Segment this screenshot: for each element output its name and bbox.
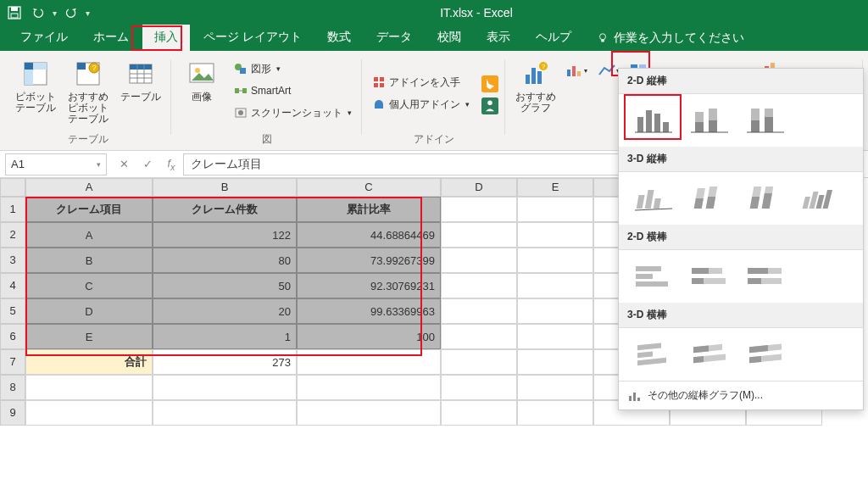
cell[interactable] [441,222,517,248]
cell[interactable] [517,400,593,426]
cell[interactable] [25,400,153,426]
cell[interactable]: 20 [153,298,297,324]
stacked100-column-2d-button[interactable] [739,101,792,140]
cell[interactable] [441,375,517,400]
row-header[interactable]: 2 [0,222,25,248]
clustered-column-3d-button[interactable] [627,179,680,218]
cell[interactable] [517,222,593,248]
qat-dropdown-icon[interactable]: ▾ [53,8,57,18]
cancel-icon[interactable]: ✕ [112,153,136,175]
row-header[interactable]: 7 [0,349,25,375]
cell[interactable]: 100 [297,324,441,349]
undo-icon[interactable] [29,3,47,22]
cell[interactable]: B [25,248,153,273]
cell[interactable]: 99.63369963 [297,298,441,324]
clustered-column-2d-button[interactable] [627,101,680,140]
cell[interactable] [441,400,517,426]
tell-me-box[interactable]: 作業を入力してください [597,31,744,51]
row-header[interactable]: 1 [0,197,25,222]
cell[interactable] [441,349,517,375]
cell[interactable] [153,400,297,426]
save-icon[interactable] [5,3,24,22]
column-3d-button[interactable] [795,179,848,218]
row-header[interactable]: 8 [0,375,25,400]
cell[interactable]: クレーム項目 [25,197,153,222]
cell[interactable] [297,375,441,400]
shapes-button[interactable]: 図形▾ [231,59,355,78]
bing-maps-button[interactable] [478,73,498,92]
recommended-charts-button[interactable]: ? おすすめ グラフ [512,58,559,114]
cell[interactable]: 44.68864469 [297,222,441,248]
line-chart-button[interactable]: ▾ [597,61,620,80]
pictures-button[interactable]: 画像 [178,58,225,103]
cell[interactable]: 73.99267399 [297,248,441,273]
cell[interactable]: E [25,324,153,349]
cell[interactable]: D [25,298,153,324]
stacked100-bar-2d-button[interactable] [739,257,792,296]
select-all-corner[interactable] [0,178,25,197]
row-header[interactable]: 4 [0,273,25,298]
cell[interactable]: C [25,273,153,298]
cell[interactable] [517,349,593,375]
cell[interactable]: 累計比率 [297,197,441,222]
enter-icon[interactable]: ✓ [136,153,159,175]
stacked-bar-3d-button[interactable] [683,335,736,374]
tab-review[interactable]: 校閲 [426,25,473,51]
col-header[interactable]: E [517,178,593,197]
cell[interactable]: クレーム件数 [153,197,297,222]
pivot-table-button[interactable]: ピボット テーブル [12,58,59,114]
cell[interactable]: 122 [153,222,297,248]
cell[interactable]: 合計 [25,349,153,375]
name-box[interactable]: A1▾ [5,153,107,175]
cell[interactable] [297,400,441,426]
column-chart-button[interactable]: ▾ [565,61,588,80]
cell[interactable] [441,324,517,349]
stacked100-column-3d-button[interactable] [739,179,792,218]
row-header[interactable]: 6 [0,324,25,349]
my-addins-button[interactable]: 個人用アドイン▾ [369,95,473,114]
cell[interactable]: 92.30769231 [297,273,441,298]
cell[interactable]: A [25,222,153,248]
cell[interactable]: 1 [153,324,297,349]
cell[interactable] [441,273,517,298]
recommended-pivot-button[interactable]: ? おすすめ ピボットテーブル [64,58,112,125]
cell[interactable] [517,298,593,324]
cell[interactable] [441,197,517,222]
row-header[interactable]: 5 [0,298,25,324]
get-addins-button[interactable]: アドインを入手 [369,73,473,92]
cell[interactable] [517,324,593,349]
stacked100-bar-3d-button[interactable] [739,335,792,374]
cell[interactable]: 273 [153,349,297,375]
clustered-bar-3d-button[interactable] [627,335,680,374]
tab-pagelayout[interactable]: ページ レイアウト [192,25,314,51]
cell[interactable] [441,298,517,324]
cell[interactable] [517,273,593,298]
people-graph-button[interactable] [478,95,498,114]
cell[interactable] [153,375,297,400]
tab-help[interactable]: ヘルプ [524,25,583,51]
tab-insert[interactable]: 挿入 [142,25,190,51]
cell[interactable]: 50 [153,273,297,298]
tab-file[interactable]: ファイル [8,25,80,51]
fx-icon[interactable]: fx [159,153,183,175]
col-header[interactable]: D [441,178,517,197]
cell[interactable] [517,248,593,273]
tab-formulas[interactable]: 数式 [315,25,363,51]
tab-data[interactable]: データ [364,25,424,51]
screenshot-button[interactable]: スクリーンショット▾ [231,103,355,122]
redo-icon[interactable] [62,3,81,22]
cell[interactable] [297,349,441,375]
cell[interactable]: 80 [153,248,297,273]
stacked-column-2d-button[interactable] [683,101,736,140]
stacked-column-3d-button[interactable] [683,179,736,218]
table-button[interactable]: テーブル [117,58,164,103]
tab-home[interactable]: ホーム [81,25,141,51]
smartart-button[interactable]: SmartArt [231,81,355,100]
row-header[interactable]: 9 [0,400,25,426]
col-header[interactable]: C [297,178,441,197]
tab-view[interactable]: 表示 [475,25,522,51]
col-header[interactable]: A [25,178,153,197]
cell[interactable] [25,375,153,400]
cell[interactable] [441,248,517,273]
clustered-bar-2d-button[interactable] [627,257,680,296]
